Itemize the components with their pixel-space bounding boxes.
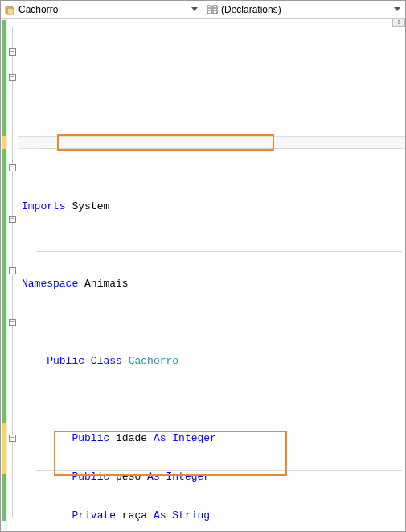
fold-toggle[interactable]: − xyxy=(9,164,16,171)
svg-rect-3 xyxy=(213,6,217,14)
code-line: Namespace Animais xyxy=(20,278,405,291)
outline-column: − − − − − − − xyxy=(7,19,18,531)
svg-rect-2 xyxy=(207,6,211,14)
code-line: Public Class Cachorro xyxy=(20,355,405,368)
member-dropdown-label: (Declarations) xyxy=(221,4,392,15)
code-line: Public peso As Integer xyxy=(20,471,405,484)
navigation-bar: Cachorro (Declarations) xyxy=(1,1,405,19)
code-line: Imports System xyxy=(20,200,405,213)
fold-toggle[interactable]: − xyxy=(9,319,16,326)
member-dropdown[interactable]: (Declarations) xyxy=(203,1,405,18)
fold-toggle[interactable]: − xyxy=(9,435,16,442)
chevron-down-icon xyxy=(191,7,198,11)
fold-toggle[interactable]: − xyxy=(9,216,16,223)
class-dropdown-label: Cachorro xyxy=(18,4,190,15)
code-line: Private raça As String xyxy=(20,509,405,522)
svg-rect-1 xyxy=(7,8,14,14)
fold-toggle[interactable]: − xyxy=(9,74,16,81)
fold-toggle[interactable]: − xyxy=(9,48,16,56)
fold-toggle[interactable]: − xyxy=(9,267,16,274)
chevron-down-icon xyxy=(394,7,400,11)
class-icon xyxy=(4,4,15,15)
code-line: Public idade As Integer xyxy=(20,432,405,445)
code-editor[interactable]: ↕ − − − − − − − Imports System Namespace… xyxy=(1,19,405,531)
code-text-area[interactable]: Imports System Namespace Animais Public … xyxy=(18,19,405,531)
class-dropdown[interactable]: Cachorro xyxy=(1,1,203,18)
declarations-icon xyxy=(207,4,218,15)
change-marker-column xyxy=(1,19,7,531)
